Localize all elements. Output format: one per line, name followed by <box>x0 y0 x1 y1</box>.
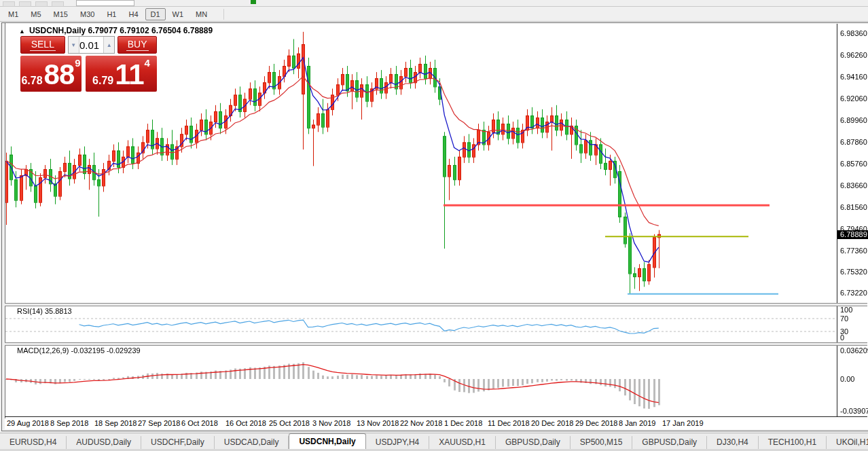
time-axis-label: 1 Dec 2018 <box>444 419 482 427</box>
time-axis[interactable]: 29 Aug 20188 Sep 201818 Sep 201827 Sep 2… <box>5 418 837 429</box>
tab-usdchf-daily[interactable]: USDCHF,Daily <box>141 436 215 449</box>
price-axis-label: 6.96260 <box>840 51 868 59</box>
sell-price-small: 6.78 <box>21 74 42 88</box>
price-axis-label: 6.94160 <box>840 73 868 81</box>
tab-usdcad-daily[interactable]: USDCAD,Daily <box>215 436 289 449</box>
macd-indicator-label: MACD(12,26,9) -0.032195 -0.029239 <box>17 346 141 355</box>
time-axis-label: 16 Oct 2018 <box>225 419 266 427</box>
price-axis-label: 6.75320 <box>840 268 868 276</box>
time-axis-label: 6 Oct 2018 <box>181 419 218 427</box>
time-axis-label: 8 Jan 2019 <box>619 419 655 427</box>
collapse-panel-icon[interactable]: ▲ <box>19 28 25 35</box>
tab-gbpusd-daily[interactable]: GBPUSD,Daily <box>496 436 571 449</box>
price-axis-label: 6.81560 <box>840 203 868 211</box>
sell-price-big: 88 <box>44 62 75 88</box>
macd-axis-label: 0.00 <box>840 375 854 383</box>
time-axis-label: 20 Dec 2018 <box>531 419 573 427</box>
rsi-axis-label: 100 <box>840 306 852 314</box>
rsi-axis-label: 0 <box>840 333 844 342</box>
tab-eurusd-h4[interactable]: EURUSD,H4 <box>0 436 67 449</box>
time-axis-label: 13 Nov 2018 <box>357 419 399 427</box>
price-axis-label: 6.73220 <box>840 289 868 297</box>
time-axis-label: 17 Jan 2019 <box>662 419 704 427</box>
volume-value[interactable]: 0.01 <box>79 37 104 53</box>
panel-splitter[interactable] <box>5 342 867 346</box>
rsi-axis-label: 70 <box>840 314 848 323</box>
chart-tab-bar: EURUSD,H4AUDUSD,DailyUSDCHF,DailyUSDCAD,… <box>0 433 868 449</box>
tab-sp500-m15[interactable]: SP500,M15 <box>571 436 633 449</box>
rsi-indicator-label: RSI(14) 35.8813 <box>17 307 72 315</box>
chart-title: ▲USDCNH,Daily 6.79077 6.79102 6.76504 6.… <box>19 26 213 35</box>
time-axis-label: 8 Sep 2018 <box>50 419 88 427</box>
buy-price-small: 6.79 <box>92 74 113 88</box>
time-axis-label: 3 Nov 2018 <box>312 419 350 427</box>
sell-price-button[interactable]: 6.78889 <box>20 56 82 92</box>
time-axis-label: 25 Oct 2018 <box>269 419 310 427</box>
price-axis[interactable]: 6.983606.962606.941606.920606.899606.878… <box>837 24 868 416</box>
macd-axis-label: -0.03907 <box>840 407 868 415</box>
mt4-terminal: M1M5M15M30H1H4D1W1MN ▲USDCNH,Daily 6.790… <box>0 0 868 451</box>
price-axis-label: 6.87860 <box>840 138 868 146</box>
price-axis-label: 6.77360 <box>840 247 868 255</box>
chart-title-text: USDCNH,Daily 6.79077 6.79102 6.76504 6.7… <box>29 26 213 35</box>
one-click-trading-panel: SELL ▼ 0.01 ▲ BUY 6.78889 6.79114 <box>20 36 157 92</box>
tab-audusd-daily[interactable]: AUDUSD,Daily <box>67 436 141 449</box>
price-axis-label: 6.92060 <box>840 94 868 103</box>
tab-tech100-h1[interactable]: TECH100,H1 <box>759 436 827 449</box>
buy-price-button[interactable]: 6.79114 <box>86 56 157 92</box>
buy-price-big: 11 <box>115 62 143 88</box>
buy-price-sup: 4 <box>145 50 150 77</box>
buy-button[interactable]: BUY <box>117 36 157 54</box>
tab-ukoil-h1[interactable]: UKOil,H1 <box>827 436 868 449</box>
price-axis-label: 6.89960 <box>840 116 868 124</box>
price-axis-label: 6.85760 <box>840 160 868 168</box>
price-axis-label: 6.83660 <box>840 181 868 190</box>
time-axis-label: 11 Dec 2018 <box>488 419 530 427</box>
time-axis-label: 27 Sep 2018 <box>138 419 180 427</box>
tab-xauusd-h1[interactable]: XAUUSD,H1 <box>429 436 496 449</box>
time-axis-label: 22 Nov 2018 <box>400 419 442 427</box>
sell-price-sup: 9 <box>75 50 80 77</box>
tab-usdcnh-daily[interactable]: USDCNH,Daily <box>289 433 365 449</box>
tab-dj30-h4[interactable]: DJ30,H4 <box>707 436 759 449</box>
tab-gbpusd-daily[interactable]: GBPUSD,Daily <box>632 436 707 449</box>
price-axis-label: 6.98360 <box>840 29 868 37</box>
time-axis-separator-line <box>5 416 867 417</box>
tab-usdjpy-h4[interactable]: USDJPY,H4 <box>366 436 429 449</box>
sell-button-label: SELL <box>30 39 56 51</box>
sell-button[interactable]: SELL <box>20 36 65 54</box>
time-axis-label: 29 Dec 2018 <box>575 419 617 427</box>
panel-splitter[interactable] <box>5 303 867 306</box>
volume-increase-icon[interactable]: ▲ <box>103 37 114 53</box>
current-price-box: 6.78889 <box>837 230 868 239</box>
time-axis-label: 18 Sep 2018 <box>94 419 137 427</box>
macd-axis-label: 0.036209 <box>840 346 868 355</box>
time-axis-label: 29 Aug 2018 <box>7 419 49 427</box>
